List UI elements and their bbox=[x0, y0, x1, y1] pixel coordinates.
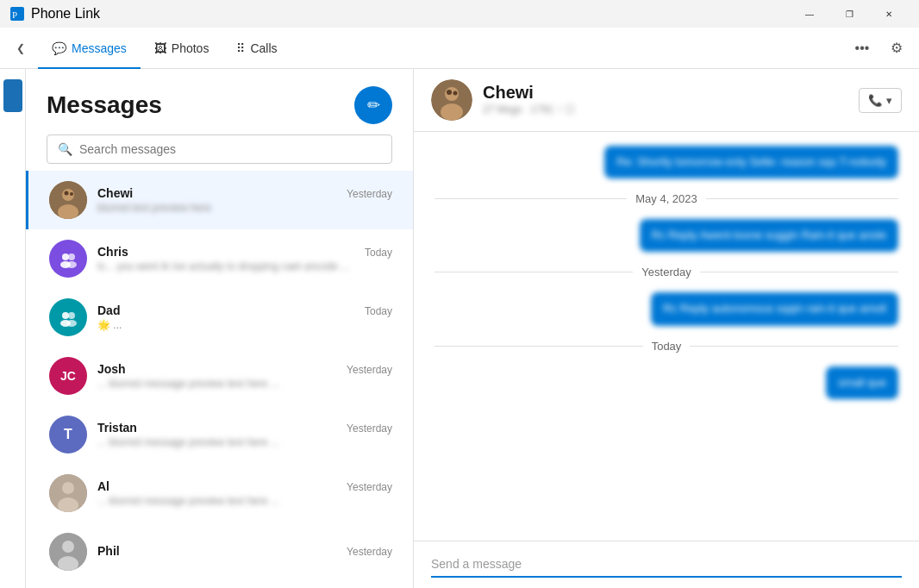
message-bubble: Re: Shortly tomorrow-only Selle- reason … bbox=[604, 146, 898, 178]
conv-name: Al bbox=[97, 479, 109, 493]
avatar bbox=[49, 533, 87, 571]
phil-avatar-img bbox=[49, 533, 87, 571]
chat-contact-info: Chewi 27 Msgs · 1791 ↑ ⓘ bbox=[483, 83, 848, 117]
chat-contact-name: Chewi bbox=[483, 83, 848, 103]
divider-line bbox=[690, 346, 898, 347]
conv-name-row: Dad Today bbox=[97, 303, 392, 317]
message-input[interactable] bbox=[431, 552, 902, 578]
minimize-button[interactable]: — bbox=[790, 0, 829, 28]
search-box[interactable]: 🔍 bbox=[47, 134, 392, 164]
conv-body: Al Yesterday ... blurred message preview… bbox=[97, 479, 392, 507]
conv-name: Dad bbox=[97, 303, 120, 317]
compose-button[interactable]: ✏ bbox=[354, 86, 392, 124]
conv-name: Chewi bbox=[97, 186, 133, 200]
conv-name: Tristan bbox=[97, 421, 137, 435]
al-avatar-img bbox=[49, 474, 87, 512]
search-input[interactable] bbox=[79, 142, 381, 156]
left-header: Messages ✏ bbox=[26, 69, 413, 134]
svg-point-11 bbox=[62, 312, 69, 319]
avatar bbox=[49, 181, 87, 219]
message-row: Rc Reply autonomous sqqin rain-it que am… bbox=[434, 292, 898, 325]
message-bubble: Rc Reply Awent-toone suggin Rain-it que … bbox=[640, 219, 898, 252]
compose-icon: ✏ bbox=[367, 96, 380, 115]
right-panel: Chewi 27 Msgs · 1791 ↑ ⓘ 📞 ▾ Re: Shortly… bbox=[414, 69, 919, 588]
list-item[interactable]: T Tristan Yesterday ... blurred message … bbox=[26, 405, 413, 464]
conv-time: Today bbox=[365, 305, 392, 317]
divider-line bbox=[700, 272, 898, 272]
conv-name-row: Chris Today bbox=[97, 245, 392, 259]
message-bubble: Rc Reply autonomous sqqin rain-it que am… bbox=[651, 292, 898, 325]
tab-messages[interactable]: 💬 Messages bbox=[38, 28, 141, 69]
messages-title: Messages bbox=[47, 91, 162, 119]
message-row: Rc Reply Awent-toone suggin Rain-it que … bbox=[434, 219, 898, 252]
titlebar: P Phone Link — ❐ ✕ bbox=[0, 0, 919, 28]
phone-icon: 📞 bbox=[868, 94, 883, 107]
conv-body: Chewi Yesterday blurred text preview her… bbox=[97, 186, 392, 214]
messages-area: Re: Shortly tomorrow-only Selle- reason … bbox=[414, 132, 919, 541]
conv-preview: ... blurred message preview text here ..… bbox=[97, 378, 392, 390]
conv-body: Josh Yesterday ... blurred message previ… bbox=[97, 362, 392, 390]
chat-header: Chewi 27 Msgs · 1791 ↑ ⓘ 📞 ▾ bbox=[414, 69, 919, 132]
list-item[interactable]: JC Josh Yesterday ... blurred message pr… bbox=[26, 347, 413, 405]
conv-preview: ... blurred message preview text here ..… bbox=[97, 436, 392, 448]
svg-point-14 bbox=[66, 320, 77, 327]
svg-point-8 bbox=[68, 253, 75, 260]
left-panel: Messages ✏ 🔍 bbox=[26, 69, 414, 588]
svg-point-16 bbox=[62, 482, 74, 494]
message-bubble: small que bbox=[826, 366, 898, 399]
svg-point-23 bbox=[441, 103, 463, 121]
list-item[interactable]: Phil Yesterday bbox=[26, 522, 413, 581]
avatar: JC bbox=[49, 357, 87, 395]
tab-photos[interactable]: 🖼 Photos bbox=[141, 28, 223, 69]
avatar bbox=[49, 298, 87, 336]
chat-contact-avatar bbox=[431, 79, 472, 121]
svg-point-6 bbox=[70, 192, 73, 196]
phone-sidebar bbox=[0, 69, 26, 588]
list-item[interactable]: Chewi Yesterday blurred text preview her… bbox=[26, 171, 413, 229]
divider-line bbox=[434, 346, 643, 347]
search-icon: 🔍 bbox=[58, 142, 72, 156]
tab-calls[interactable]: ⠿ Calls bbox=[222, 28, 291, 69]
conv-preview: 🌟 ... bbox=[97, 319, 392, 331]
list-item[interactable]: Al Yesterday ... blurred message preview… bbox=[26, 464, 413, 522]
calls-tab-label: Calls bbox=[250, 41, 277, 55]
divider-line bbox=[706, 198, 898, 199]
conv-time: Yesterday bbox=[347, 364, 392, 376]
conv-time: Yesterday bbox=[347, 188, 392, 200]
message-row: small que bbox=[434, 366, 898, 399]
more-button[interactable]: ••• bbox=[847, 33, 878, 64]
svg-point-10 bbox=[66, 261, 77, 268]
conv-time: Today bbox=[365, 247, 392, 259]
svg-point-5 bbox=[65, 191, 69, 196]
divider-line bbox=[434, 198, 627, 199]
date-label: Yesterday bbox=[641, 266, 691, 278]
restore-button[interactable]: ❐ bbox=[829, 0, 869, 28]
svg-point-24 bbox=[447, 90, 452, 95]
svg-point-12 bbox=[68, 312, 75, 319]
call-button[interactable]: 📞 ▾ bbox=[859, 88, 902, 113]
list-item[interactable]: Dad Today 🌟 ... bbox=[26, 288, 413, 347]
conv-name-row: Phil Yesterday bbox=[97, 544, 392, 558]
conv-time: Yesterday bbox=[347, 422, 392, 435]
svg-point-7 bbox=[62, 253, 69, 260]
nav-back-button[interactable]: ❮ bbox=[7, 34, 34, 62]
phone-device-icon bbox=[3, 79, 22, 112]
conversation-list: Chewi Yesterday blurred text preview her… bbox=[26, 171, 413, 588]
titlebar-left: P Phone Link bbox=[10, 6, 100, 22]
group-icon bbox=[59, 308, 78, 327]
close-button[interactable]: ✕ bbox=[869, 0, 909, 28]
photos-tab-label: Photos bbox=[172, 41, 209, 55]
conv-preview: ... blurred message preview text here ..… bbox=[97, 495, 392, 507]
date-divider: May 4, 2023 bbox=[434, 192, 898, 205]
titlebar-controls: — ❐ ✕ bbox=[790, 0, 909, 28]
main-content: Messages ✏ 🔍 bbox=[0, 69, 919, 588]
avatar bbox=[49, 240, 87, 278]
chat-contact-subtext: 27 Msgs · 1791 ↑ ⓘ bbox=[483, 103, 848, 117]
call-button-chevron: ▾ bbox=[886, 94, 892, 107]
settings-button[interactable]: ⚙ bbox=[881, 33, 912, 64]
list-item[interactable]: Chris Today Ic... you went Ik Ive actual… bbox=[26, 229, 413, 288]
svg-text:P: P bbox=[12, 9, 17, 20]
avatar: T bbox=[49, 416, 87, 454]
messages-tab-icon: 💬 bbox=[52, 41, 66, 55]
message-row: Re: Shortly tomorrow-only Selle- reason … bbox=[434, 146, 898, 178]
